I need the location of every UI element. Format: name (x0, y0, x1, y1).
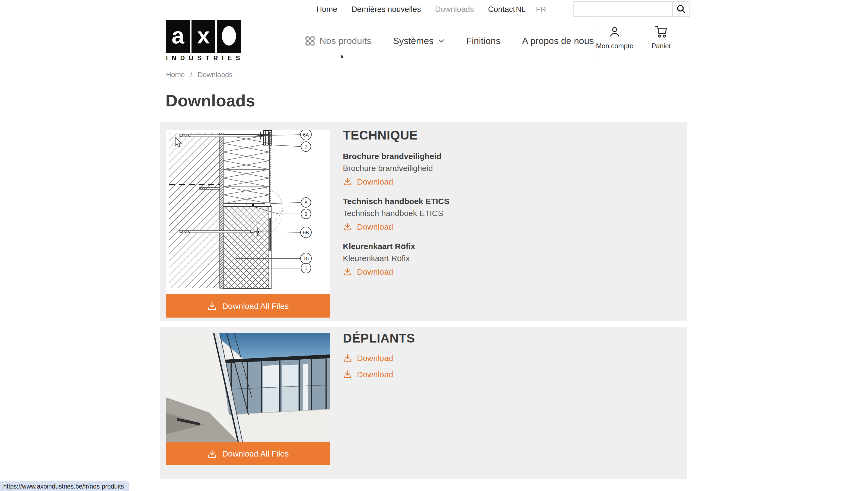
user-icon (608, 26, 621, 38)
technique-panel: 6A 7 8 9 6B 10 1 (160, 122, 687, 321)
logo-subtitle: INDUSTRIES (166, 55, 244, 61)
nav-nos-produits[interactable]: Nos produits (305, 35, 371, 47)
item-title: Technisch handboek ETICS (343, 197, 450, 206)
download-icon (343, 222, 352, 231)
lang-fr[interactable]: FR (536, 5, 546, 13)
technique-content: TECHNIQUE Brochure brandveiligheid Broch… (343, 128, 450, 287)
callout-9: 9 (305, 211, 308, 217)
nav-a-propos[interactable]: A propos de nous (522, 35, 594, 47)
download-icon (207, 449, 217, 458)
download-link[interactable]: Download (343, 222, 393, 231)
page-title: Downloads (165, 91, 255, 111)
main-nav: Nos produits Systèmes Finitions A propos… (305, 18, 594, 64)
download-link-label: Download (357, 267, 393, 276)
breadcrumb-home[interactable]: Home (166, 70, 185, 79)
depliants-panel: Download All Files DÉPLIANTS Download (160, 327, 687, 479)
search-input[interactable] (574, 1, 673, 17)
modern-building-image (166, 333, 330, 442)
building-photo (166, 333, 330, 442)
logo-tile-a: a (166, 20, 190, 53)
axo-logo[interactable]: a x INDUSTRIES (166, 20, 244, 61)
download-icon (343, 353, 352, 363)
technique-card: 6A 7 8 9 6B 10 1 (166, 130, 330, 318)
search-button[interactable] (673, 1, 689, 17)
depliants-heading: DÉPLIANTS (343, 331, 415, 346)
item-title: Brochure brandveiligheid (343, 151, 450, 161)
nav-finitions-label: Finitions (466, 35, 500, 47)
logo-tile-o (217, 20, 241, 53)
account-label: Mon compte (596, 42, 633, 50)
callout-1: 1 (305, 265, 308, 271)
top-utility-bar: Home Dernières nouvelles Downloads Conta… (0, 0, 868, 19)
cart-label: Panier (652, 42, 671, 50)
top-nav-home[interactable]: Home (316, 5, 337, 13)
page: Home Dernières nouvelles Downloads Conta… (0, 0, 868, 491)
nav-active-dot (340, 55, 343, 58)
construction-detail-drawing: 6A 7 8 9 6B 10 1 (166, 130, 330, 294)
site-header: a x INDUSTRIES Nos produits Systèmes (0, 18, 868, 64)
top-nav-dernieres-nouvelles[interactable]: Dernières nouvelles (351, 5, 421, 13)
top-nav-downloads[interactable]: Downloads (435, 5, 474, 13)
link-preview-statusbar: https://www.axoindustries.be/fr/nos-prod… (0, 481, 129, 491)
technique-download-all-label: Download All Files (222, 301, 289, 311)
cart-button[interactable]: Panier (641, 26, 682, 50)
top-nav-contact[interactable]: Contact (488, 5, 515, 13)
download-link[interactable]: Download (343, 370, 415, 379)
nav-finitions[interactable]: Finitions (466, 35, 500, 47)
item-description: Technisch handboek ETICS (343, 208, 450, 218)
breadcrumb-current: Downloads (198, 70, 233, 79)
download-link-label: Download (357, 177, 393, 186)
callout-6b: 6B (303, 230, 309, 235)
download-link[interactable]: Download (343, 267, 393, 276)
logo-tiles: a x (166, 20, 244, 53)
download-item: Technisch handboek ETICS Technisch handb… (343, 197, 450, 233)
download-link[interactable]: Download (343, 353, 415, 363)
nav-a-propos-label: A propos de nous (522, 35, 594, 47)
depliants-download-all-label: Download All Files (222, 449, 289, 458)
grid-icon (305, 36, 315, 46)
item-description: Kleurenkaart Röfix (343, 254, 450, 263)
cart-icon (654, 26, 669, 38)
depliants-content: DÉPLIANTS Download D (343, 331, 415, 386)
callout-10: 10 (303, 256, 309, 261)
depliants-card: Download All Files (166, 333, 330, 465)
depliants-download-all-button[interactable]: Download All Files (166, 442, 330, 465)
item-title: Kleurenkaart Röfix (343, 241, 450, 251)
technique-heading: TECHNIQUE (343, 128, 450, 143)
callout-7: 7 (305, 144, 308, 149)
search-icon (677, 4, 686, 13)
language-switcher: NL FR (516, 0, 546, 18)
search-bar (574, 1, 689, 17)
logo-tile-x: x (191, 20, 215, 53)
nav-systemes-label: Systèmes (393, 35, 433, 47)
account-button[interactable]: Mon compte (594, 26, 635, 50)
technical-drawing-image: 6A 7 8 9 6B 10 1 (166, 130, 330, 294)
download-link[interactable]: Download (343, 177, 393, 186)
download-icon (343, 177, 352, 186)
technique-download-all-button[interactable]: Download All Files (166, 294, 330, 318)
topbar-separator (515, 0, 516, 18)
callout-6a: 6A (303, 132, 309, 138)
chevron-down-icon (438, 39, 444, 43)
download-link-label: Download (357, 370, 393, 379)
download-icon (207, 301, 217, 311)
breadcrumb-separator: / (190, 70, 192, 79)
download-link-label: Download (357, 353, 393, 363)
nav-systemes[interactable]: Systèmes (393, 35, 444, 47)
item-description: Brochure brandveiligheid (343, 164, 450, 173)
download-item: Kleurenkaart Röfix Kleurenkaart Röfix Do… (343, 241, 450, 279)
breadcrumb: Home / Downloads (166, 70, 232, 79)
lang-nl[interactable]: NL (516, 5, 526, 13)
download-item: Brochure brandveiligheid Brochure brandv… (343, 151, 450, 189)
download-link-label: Download (357, 222, 393, 231)
callout-8: 8 (305, 200, 308, 205)
logo-o-oval (222, 26, 236, 46)
download-icon (343, 267, 352, 276)
top-nav: Home Dernières nouvelles Downloads Conta… (316, 0, 515, 18)
download-icon (343, 370, 352, 379)
nav-nos-produits-label: Nos produits (319, 35, 371, 47)
header-separator (592, 18, 592, 64)
